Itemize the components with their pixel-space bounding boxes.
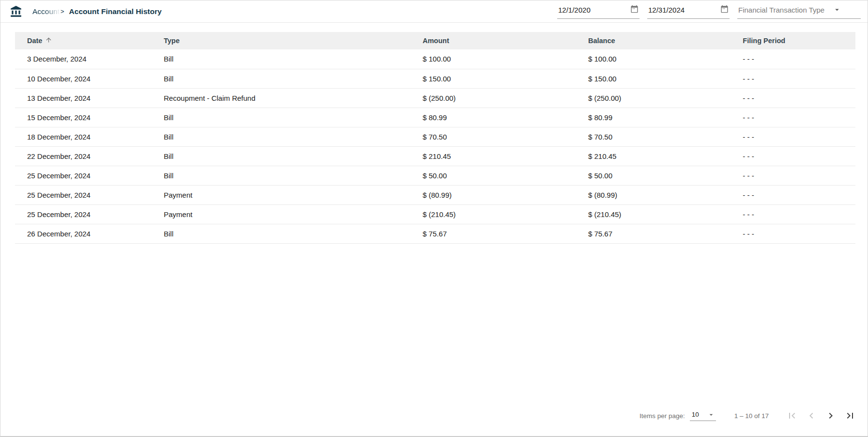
- account-financial-history-page: Account > Account Financial History: [0, 0, 868, 437]
- caret-down-icon[interactable]: [833, 5, 841, 16]
- cell-amount: $ (250.00): [423, 88, 588, 108]
- cell-type: Bill: [164, 224, 423, 243]
- table-row: 25 December, 2024Payment$ (210.45)$ (210…: [15, 204, 855, 224]
- cell-amount: $ 70.50: [423, 127, 588, 146]
- cell-type: Payment: [164, 204, 423, 224]
- table-header-row: Date Type Amount Balance Filing Period: [15, 32, 855, 49]
- table-row: 3 December, 2024Bill$ 100.00$ 100.00- - …: [15, 49, 855, 69]
- column-header-filing-period: Filing Period: [743, 32, 855, 49]
- cell-type: Bill: [164, 127, 423, 146]
- items-per-page-select[interactable]: 10: [690, 411, 716, 421]
- next-page-button[interactable]: [821, 406, 840, 425]
- breadcrumb-separator: >: [61, 8, 64, 15]
- cell-amount: $ (210.45): [423, 204, 588, 224]
- table-row: 10 December, 2024Bill$ 150.00$ 150.00- -…: [15, 69, 855, 88]
- column-header-amount: Amount: [423, 32, 588, 49]
- cell-filing-period: - - -: [743, 108, 855, 127]
- cell-date: 3 December, 2024: [15, 49, 164, 69]
- cell-date: 13 December, 2024: [15, 88, 164, 108]
- previous-page-button[interactable]: [802, 406, 821, 425]
- cell-amount: $ 80.99: [423, 108, 588, 127]
- cell-amount: $ (80.99): [423, 185, 588, 204]
- cell-balance: $ 100.00: [588, 49, 743, 69]
- cell-amount: $ 75.67: [423, 224, 588, 243]
- table-row: 26 December, 2024Bill$ 75.67$ 75.67- - -: [15, 224, 855, 243]
- top-bar: Account > Account Financial History: [0, 0, 868, 23]
- date-to-input[interactable]: [648, 6, 706, 14]
- column-header-balance: Balance: [588, 32, 743, 49]
- cell-amount: $ 150.00: [423, 69, 588, 88]
- transaction-type-select[interactable]: Financial Transaction Type: [737, 4, 861, 19]
- page-nav-buttons: [782, 406, 860, 425]
- table-row: 25 December, 2024Bill$ 50.00$ 50.00- - -: [15, 166, 855, 185]
- chevron-right-icon: [825, 410, 837, 421]
- cell-balance: $ 70.50: [588, 127, 743, 146]
- cell-type: Bill: [164, 146, 423, 166]
- financial-history-table: Date Type Amount Balance Filing Period: [15, 32, 855, 244]
- table-row: 25 December, 2024Payment$ (80.99)$ (80.9…: [15, 185, 855, 204]
- cell-filing-period: - - -: [743, 127, 855, 146]
- cell-type: Bill: [164, 108, 423, 127]
- page-title: Account Financial History: [69, 7, 162, 16]
- cell-date: 25 December, 2024: [15, 166, 164, 185]
- calendar-icon[interactable]: [720, 5, 729, 15]
- date-to-field[interactable]: [647, 4, 730, 19]
- transaction-type-placeholder: Financial Transaction Type: [738, 6, 824, 14]
- cell-type: Bill: [164, 49, 423, 69]
- cell-date: 25 December, 2024: [15, 204, 164, 224]
- breadcrumb-account-link[interactable]: Account: [32, 7, 60, 16]
- cell-filing-period: - - -: [743, 224, 855, 243]
- cell-balance: $ (250.00): [588, 88, 743, 108]
- column-header-date-label: Date: [27, 37, 42, 45]
- table-row: 15 December, 2024Bill$ 80.99$ 80.99- - -: [15, 108, 855, 127]
- paginator: Items per page: 10 1 – 10 of 17: [640, 406, 860, 425]
- first-page-button[interactable]: [782, 406, 802, 425]
- date-from-field[interactable]: [557, 4, 640, 19]
- table-body: 3 December, 2024Bill$ 100.00$ 100.00- - …: [15, 49, 855, 243]
- cell-balance: $ 80.99: [588, 108, 743, 127]
- items-per-page-label: Items per page:: [640, 412, 685, 420]
- table-row: 13 December, 2024Recoupment - Claim Refu…: [15, 88, 855, 108]
- calendar-icon[interactable]: [630, 5, 639, 15]
- column-header-date[interactable]: Date: [15, 32, 164, 49]
- filter-bar: Financial Transaction Type: [557, 4, 861, 19]
- bank-icon: [9, 5, 23, 18]
- cell-date: 25 December, 2024: [15, 185, 164, 204]
- chevron-left-icon: [806, 410, 817, 421]
- cell-balance: $ (210.45): [588, 204, 743, 224]
- sort-arrow-up-icon: [45, 36, 52, 45]
- cell-type: Payment: [164, 185, 423, 204]
- column-header-type: Type: [164, 32, 423, 49]
- cell-date: 22 December, 2024: [15, 146, 164, 166]
- page-range-label: 1 – 10 of 17: [734, 412, 769, 420]
- cell-amount: $ 50.00: [423, 166, 588, 185]
- cell-balance: $ 210.45: [588, 146, 743, 166]
- items-per-page-value: 10: [692, 411, 699, 418]
- date-from-input[interactable]: [558, 6, 616, 14]
- cell-balance: $ 150.00: [588, 69, 743, 88]
- cell-filing-period: - - -: [743, 166, 855, 185]
- cell-amount: $ 100.00: [423, 49, 588, 69]
- cell-date: 10 December, 2024: [15, 69, 164, 88]
- table-row: 18 December, 2024Bill$ 70.50$ 70.50- - -: [15, 127, 855, 146]
- cell-filing-period: - - -: [743, 88, 855, 108]
- cell-date: 26 December, 2024: [15, 224, 164, 243]
- cell-type: Recoupment - Claim Refund: [164, 88, 423, 108]
- cell-filing-period: - - -: [743, 146, 855, 166]
- cell-filing-period: - - -: [743, 69, 855, 88]
- last-page-icon: [844, 410, 856, 421]
- caret-down-icon: [707, 411, 715, 419]
- cell-type: Bill: [164, 69, 423, 88]
- breadcrumb: Account > Account Financial History: [32, 7, 162, 16]
- table-row: 22 December, 2024Bill$ 210.45$ 210.45- -…: [15, 146, 855, 166]
- cell-balance: $ 75.67: [588, 224, 743, 243]
- first-page-icon: [786, 410, 798, 421]
- last-page-button[interactable]: [840, 406, 860, 425]
- cell-balance: $ (80.99): [588, 185, 743, 204]
- cell-date: 18 December, 2024: [15, 127, 164, 146]
- cell-balance: $ 50.00: [588, 166, 743, 185]
- cell-date: 15 December, 2024: [15, 108, 164, 127]
- cell-type: Bill: [164, 166, 423, 185]
- cell-filing-period: - - -: [743, 49, 855, 69]
- cell-filing-period: - - -: [743, 185, 855, 204]
